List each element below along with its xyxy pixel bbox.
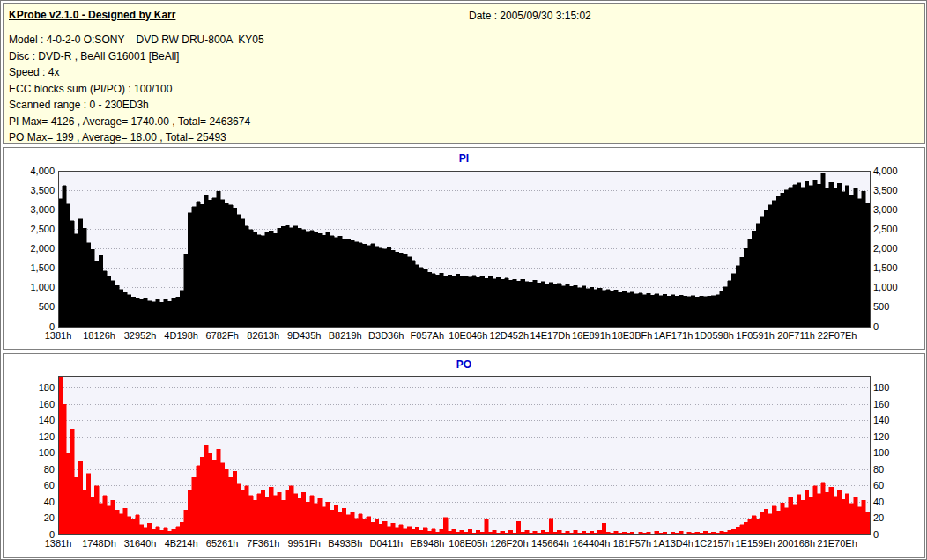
svg-text:180: 180 [873, 382, 889, 393]
svg-text:100: 100 [873, 447, 889, 458]
svg-text:F057Ah: F057Ah [411, 330, 445, 341]
svg-text:12D452h: 12D452h [490, 330, 530, 341]
svg-text:40: 40 [873, 497, 884, 507]
svg-text:140: 140 [39, 415, 55, 425]
svg-text:80: 80 [873, 464, 884, 475]
svg-text:9951Fh: 9951Fh [288, 538, 321, 549]
svg-text:20: 20 [44, 512, 55, 523]
kprobe-window: KProbe v2.1.0 - Designed by Karr Date : … [0, 0, 927, 560]
app-title: KProbe v2.1.0 - Designed by Karr [9, 9, 175, 21]
svg-text:B493Bh: B493Bh [328, 538, 362, 549]
svg-text:1748Dh: 1748Dh [82, 538, 116, 549]
svg-text:31640h: 31640h [124, 538, 157, 549]
svg-text:164404h: 164404h [573, 538, 611, 549]
svg-text:2,500: 2,500 [873, 224, 898, 234]
po-chart-panel: PO 0020204040606080801001001201201401401… [3, 353, 925, 558]
svg-text:65261h: 65261h [206, 538, 239, 549]
svg-text:108E05h: 108E05h [449, 538, 487, 549]
svg-text:0: 0 [873, 321, 879, 332]
svg-text:180: 180 [39, 382, 55, 393]
svg-text:1,000: 1,000 [30, 282, 55, 292]
svg-text:4D198h: 4D198h [164, 330, 198, 341]
svg-text:6782Fh: 6782Fh [205, 330, 238, 341]
svg-text:60: 60 [44, 480, 55, 490]
svg-text:3,000: 3,000 [873, 204, 898, 215]
svg-text:500: 500 [873, 301, 889, 312]
svg-text:14E17Dh: 14E17Dh [530, 330, 570, 341]
svg-text:1C2157h: 1C2157h [694, 538, 734, 549]
po-chart-title: PO [4, 358, 924, 371]
svg-text:2,500: 2,500 [30, 224, 55, 234]
info-line-ecc: ECC blocks sum (PI/PO) : 100/100 [9, 81, 264, 98]
svg-text:21E70Eh: 21E70Eh [818, 538, 857, 549]
svg-text:1,500: 1,500 [30, 262, 55, 273]
svg-text:160: 160 [39, 399, 55, 409]
svg-text:EB948h: EB948h [410, 538, 444, 549]
info-line-po-stats: PO Max= 199 , Average= 18.00 , Total= 25… [9, 129, 264, 146]
svg-text:1,500: 1,500 [873, 262, 898, 273]
info-line-speed: Speed : 4x [9, 64, 264, 81]
svg-text:D3D36h: D3D36h [368, 330, 404, 341]
pi-chart-panel: PI 005005001,0001,0001,5001,5002,0002,00… [3, 147, 925, 350]
svg-text:60: 60 [873, 480, 884, 490]
svg-text:126F20h: 126F20h [490, 538, 528, 549]
svg-text:1D0598h: 1D0598h [694, 330, 734, 341]
svg-text:1381h: 1381h [45, 330, 72, 341]
svg-text:0: 0 [873, 529, 879, 540]
pi-chart-plot: 005005001,0001,0001,5001,5002,0002,0002,… [4, 148, 924, 349]
svg-text:1A13D4h: 1A13D4h [653, 538, 693, 549]
svg-text:2,000: 2,000 [873, 243, 898, 254]
svg-text:80: 80 [44, 464, 55, 475]
svg-text:18E3BFh: 18E3BFh [612, 330, 653, 341]
svg-text:4,000: 4,000 [873, 166, 898, 176]
info-line-pi-stats: PI Max= 4126 , Average= 1740.00 , Total=… [9, 114, 264, 130]
svg-text:3,000: 3,000 [30, 204, 55, 215]
svg-text:1381h: 1381h [45, 538, 72, 549]
info-line-disc: Disc : DVD-R , BeAll G16001 [BeAll] [9, 48, 264, 65]
svg-text:120: 120 [873, 431, 889, 442]
info-line-range: Scanned range : 0 - 230ED3h [9, 97, 264, 114]
svg-text:140: 140 [873, 415, 889, 425]
svg-text:3,500: 3,500 [30, 185, 55, 195]
svg-text:181F57h: 181F57h [613, 538, 651, 549]
svg-text:9D435h: 9D435h [287, 330, 322, 341]
svg-text:B8219h: B8219h [329, 330, 362, 341]
svg-text:4,000: 4,000 [30, 166, 55, 176]
svg-text:82613h: 82613h [247, 330, 279, 341]
svg-text:2,000: 2,000 [30, 243, 55, 254]
svg-text:100: 100 [39, 447, 55, 458]
info-line-model: Model : 4-0-2-0 O:SONY DVD RW DRU-800A K… [9, 32, 264, 48]
pi-chart-title: PI [4, 152, 924, 165]
svg-text:145664h: 145664h [531, 538, 569, 549]
svg-text:500: 500 [39, 301, 55, 312]
svg-text:120: 120 [39, 431, 55, 442]
svg-text:1F0591h: 1F0591h [736, 330, 774, 341]
svg-text:10E046h: 10E046h [449, 330, 487, 341]
po-chart-plot: 0020204040606080801001001201201401401601… [4, 354, 924, 557]
svg-text:1E159Eh: 1E159Eh [735, 538, 775, 549]
svg-text:7F361h: 7F361h [247, 538, 279, 549]
svg-text:22F07Eh: 22F07Eh [818, 330, 857, 341]
svg-text:1,000: 1,000 [873, 282, 898, 292]
svg-text:4B214h: 4B214h [165, 538, 198, 549]
svg-text:D0411h: D0411h [369, 538, 403, 549]
svg-text:3,500: 3,500 [873, 185, 898, 195]
svg-text:32952h: 32952h [124, 330, 157, 341]
svg-text:18126h: 18126h [83, 330, 115, 341]
svg-text:16E891h: 16E891h [572, 330, 611, 341]
svg-text:200168h: 200168h [777, 538, 815, 549]
svg-text:1AF171h: 1AF171h [654, 330, 693, 341]
svg-text:20: 20 [873, 512, 884, 523]
svg-text:40: 40 [44, 497, 55, 507]
scan-info-block: Model : 4-0-2-0 O:SONY DVD RW DRU-800A K… [9, 32, 264, 146]
svg-text:160: 160 [873, 399, 889, 409]
header-panel: KProbe v2.1.0 - Designed by Karr Date : … [3, 3, 925, 144]
scan-date: Date : 2005/09/30 3:15:02 [469, 10, 591, 22]
svg-text:20F711h: 20F711h [777, 330, 815, 341]
